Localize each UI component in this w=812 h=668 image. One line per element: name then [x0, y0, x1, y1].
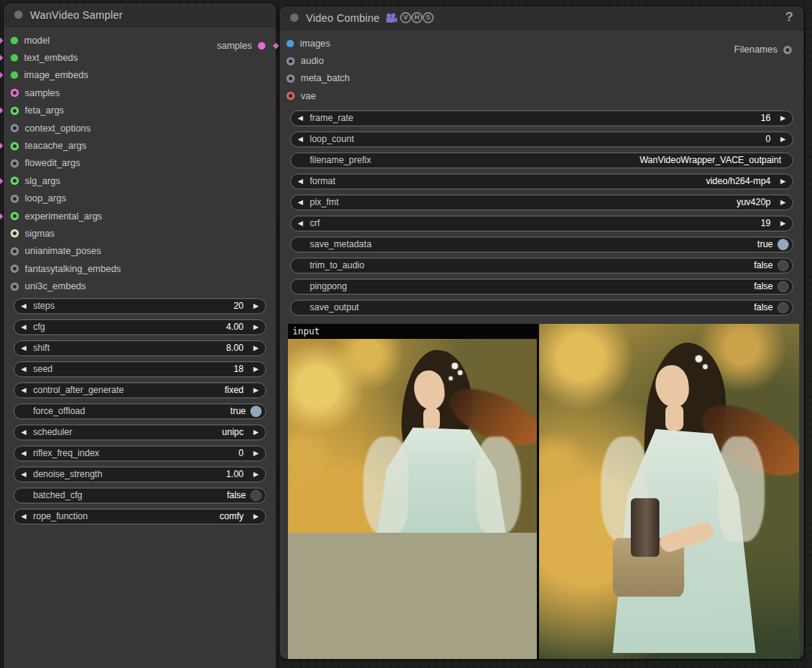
output-slot-dot[interactable] [258, 42, 265, 50]
increment-arrow-icon[interactable]: ▶ [248, 470, 259, 478]
increment-arrow-icon[interactable]: ▶ [248, 344, 259, 352]
increment-arrow-icon[interactable]: ▶ [248, 323, 259, 331]
output-slot-dot[interactable] [783, 46, 792, 54]
widget-shift[interactable]: ◀shift8.00▶ [14, 340, 266, 356]
wanvideo-sampler-titlebar[interactable]: WanVideo Sampler [4, 3, 276, 27]
input-slot-dot[interactable] [11, 229, 19, 237]
decrement-arrow-icon[interactable]: ◀ [21, 512, 32, 520]
widget-crf[interactable]: ◀crf19▶ [290, 216, 793, 231]
input-slot-dot[interactable] [11, 54, 18, 62]
input-slot-dot[interactable] [11, 107, 19, 115]
decrement-arrow-icon[interactable]: ◀ [21, 365, 32, 373]
toggle-dot[interactable] [250, 406, 262, 417]
decrement-arrow-icon[interactable]: ◀ [21, 302, 32, 310]
increment-arrow-icon[interactable]: ▶ [775, 114, 786, 122]
node-video-combine[interactable]: Video Combine V H S ? imagesaudiometa_ba… [280, 6, 804, 659]
output-slot-filenames[interactable]: Filenames [734, 44, 798, 55]
widget-seed[interactable]: ◀seed18▶ [14, 361, 266, 377]
decrement-arrow-icon[interactable]: ◀ [298, 198, 308, 206]
input-slot-unianimate_poses[interactable]: unianimate_poses [4, 243, 276, 260]
input-slot-teacache_args[interactable]: teacache_args [4, 137, 276, 154]
widget-force_offload[interactable]: force_offloadtrue [14, 404, 266, 419]
widget-format[interactable]: ◀formatvideo/h264-mp4▶ [290, 174, 793, 189]
widget-control_after_generate[interactable]: ◀control_after_generatefixed▶ [14, 382, 266, 398]
increment-arrow-icon[interactable]: ▶ [248, 428, 259, 436]
input-slot-dot[interactable] [11, 142, 19, 150]
input-slot-dot[interactable] [11, 37, 18, 44]
widget-pix_fmt[interactable]: ◀pix_fmtyuv420p▶ [290, 195, 793, 210]
toggle-dot[interactable] [250, 490, 262, 501]
increment-arrow-icon[interactable]: ▶ [248, 365, 259, 373]
input-slot-dot[interactable] [11, 159, 19, 168]
increment-arrow-icon[interactable]: ▶ [248, 386, 259, 394]
widget-rope_function[interactable]: ◀rope_functioncomfy▶ [14, 509, 266, 524]
input-slot-feta_args[interactable]: feta_args [4, 102, 276, 119]
input-slot-text_embeds[interactable]: text_embeds [4, 49, 276, 66]
toggle-dot[interactable] [777, 281, 789, 292]
increment-arrow-icon[interactable]: ▶ [248, 512, 259, 520]
decrement-arrow-icon[interactable]: ◀ [298, 177, 308, 185]
increment-arrow-icon[interactable]: ▶ [775, 198, 786, 206]
widget-frame_rate[interactable]: ◀frame_rate16▶ [290, 110, 793, 126]
input-slot-dot[interactable] [286, 74, 295, 83]
input-slot-dot[interactable] [11, 212, 19, 220]
increment-arrow-icon[interactable]: ▶ [248, 302, 259, 310]
input-slot-dot[interactable] [11, 71, 18, 79]
increment-arrow-icon[interactable]: ▶ [775, 219, 786, 227]
input-slot-dot[interactable] [11, 124, 19, 132]
widget-save_metadata[interactable]: save_metadatatrue [290, 237, 793, 252]
video-combine-titlebar[interactable]: Video Combine V H S ? [280, 6, 804, 30]
input-slot-dot[interactable] [11, 177, 19, 185]
input-slot-dot[interactable] [11, 264, 19, 273]
input-slot-meta_batch[interactable]: meta_batch [280, 70, 804, 87]
input-slot-context_options[interactable]: context_options [4, 119, 276, 137]
input-slot-vae[interactable]: vae [280, 87, 804, 104]
increment-arrow-icon[interactable]: ▶ [248, 449, 259, 457]
widget-batched_cfg[interactable]: batched_cfgfalse [14, 488, 266, 503]
widget-loop_count[interactable]: ◀loop_count0▶ [290, 131, 793, 147]
input-slot-sigmas[interactable]: sigmas [4, 225, 276, 242]
widget-steps[interactable]: ◀steps20▶ [14, 298, 266, 314]
input-slot-flowedit_args[interactable]: flowedit_args [4, 155, 276, 172]
increment-arrow-icon[interactable]: ▶ [775, 177, 786, 185]
input-slot-image_embeds[interactable]: image_embeds [4, 67, 276, 84]
widget-filename_prefix[interactable]: filename_prefixWanVideoWrapper_VACE_outp… [290, 153, 793, 168]
decrement-arrow-icon[interactable]: ◀ [21, 344, 32, 352]
toggle-dot[interactable] [777, 239, 789, 250]
widget-trim_to_audio[interactable]: trim_to_audiofalse [290, 258, 793, 274]
output-slot-samples[interactable]: samples [217, 41, 271, 51]
decrement-arrow-icon[interactable]: ◀ [21, 470, 32, 478]
input-slot-dot[interactable] [11, 283, 19, 291]
input-slot-loop_args[interactable]: loop_args [4, 190, 276, 207]
input-slot-uni3c_embeds[interactable]: uni3c_embeds [4, 277, 276, 295]
decrement-arrow-icon[interactable]: ◀ [21, 449, 32, 457]
decrement-arrow-icon[interactable]: ◀ [298, 114, 308, 122]
decrement-arrow-icon[interactable]: ◀ [21, 386, 32, 394]
preview-image-left[interactable]: input [288, 324, 537, 659]
node-wanvideo-sampler[interactable]: WanVideo Sampler modeltext_embedsimage_e… [4, 3, 276, 668]
input-slot-dot[interactable] [286, 40, 294, 47]
input-slot-images[interactable]: images [280, 35, 804, 52]
input-slot-slg_args[interactable]: slg_args [4, 172, 276, 189]
increment-arrow-icon[interactable]: ▶ [775, 135, 786, 143]
input-slot-dot[interactable] [11, 89, 19, 97]
widget-denoise_strength[interactable]: ◀denoise_strength1.00▶ [14, 467, 266, 482]
widget-save_output[interactable]: save_outputfalse [290, 300, 793, 316]
widget-scheduler[interactable]: ◀schedulerunipc▶ [14, 425, 266, 440]
input-slot-audio[interactable]: audio [280, 52, 804, 69]
input-slot-experimental_args[interactable]: experimental_args [4, 207, 276, 225]
widget-pingpong[interactable]: pingpongfalse [290, 279, 793, 295]
widget-cfg[interactable]: ◀cfg4.00▶ [14, 319, 266, 335]
decrement-arrow-icon[interactable]: ◀ [298, 219, 308, 227]
input-slot-dot[interactable] [286, 92, 295, 100]
input-slot-fantasytalking_embeds[interactable]: fantasytalking_embeds [4, 260, 276, 277]
input-slot-dot[interactable] [286, 57, 295, 65]
input-slot-dot[interactable] [11, 247, 19, 255]
input-slot-samples[interactable]: samples [4, 84, 276, 101]
preview-image-right[interactable] [539, 324, 799, 659]
toggle-dot[interactable] [777, 260, 789, 271]
toggle-dot[interactable] [777, 302, 789, 313]
decrement-arrow-icon[interactable]: ◀ [298, 135, 308, 143]
widget-riflex_freq_index[interactable]: ◀riflex_freq_index0▶ [14, 446, 266, 461]
input-slot-dot[interactable] [11, 195, 19, 203]
